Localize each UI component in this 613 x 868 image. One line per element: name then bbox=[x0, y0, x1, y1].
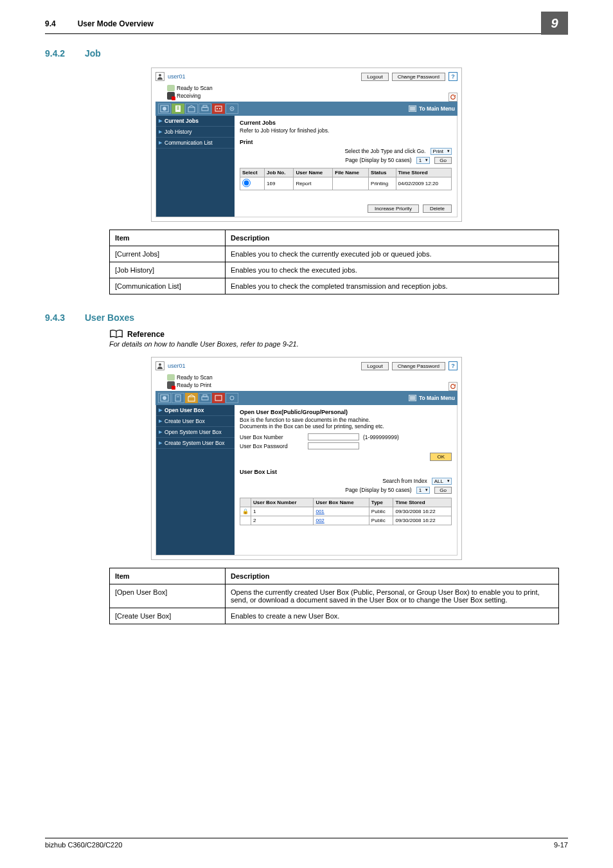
section-number: 9.4 bbox=[45, 19, 56, 28]
select-job-type-label: Select the Job Type and click Go. bbox=[344, 148, 425, 154]
nav-open-user-box[interactable]: ▶Open User Box bbox=[156, 405, 235, 416]
tab-print-icon[interactable] bbox=[199, 393, 211, 403]
table-row: [Current Jobs]Enables you to check the c… bbox=[110, 246, 559, 262]
user-icon bbox=[155, 361, 164, 370]
help-icon[interactable]: ? bbox=[449, 361, 458, 370]
tab-network-icon[interactable] bbox=[158, 104, 171, 114]
page-display-label: Page (Display by 50 cases) bbox=[345, 157, 411, 163]
th-username: User Name bbox=[294, 168, 333, 177]
go-button[interactable]: Go bbox=[434, 157, 452, 164]
svg-point-0 bbox=[159, 74, 161, 77]
ok-button[interactable]: OK bbox=[430, 453, 452, 461]
svg-point-14 bbox=[231, 108, 233, 109]
table-row: 169 Report Printing 04/02/2009 12:20 bbox=[240, 177, 452, 190]
change-password-button[interactable]: Change Password bbox=[392, 73, 445, 81]
panel-sub2: Documents in the Box can be used for pri… bbox=[240, 423, 452, 429]
status-print: Ready to Print bbox=[177, 382, 211, 388]
svg-rect-8 bbox=[202, 107, 208, 111]
logout-button[interactable]: Logout bbox=[361, 362, 388, 370]
status-scan: Ready to Scan bbox=[177, 374, 213, 381]
increase-priority-button[interactable]: Increase Priority bbox=[368, 204, 419, 213]
tab-network-icon[interactable] bbox=[158, 393, 171, 403]
scanner-status-icon bbox=[167, 85, 175, 91]
svg-point-22 bbox=[163, 396, 166, 400]
to-main-menu-button[interactable]: To Main Menu bbox=[409, 105, 455, 112]
th-boxnum: User Box Number bbox=[251, 498, 314, 507]
status-scan: Ready to Scan bbox=[177, 85, 213, 91]
userbox-password-input[interactable] bbox=[308, 442, 359, 449]
svg-rect-26 bbox=[202, 397, 208, 400]
user-icon bbox=[155, 72, 164, 81]
svg-point-11 bbox=[217, 108, 218, 109]
print-label: Print bbox=[240, 139, 452, 145]
tab-box-icon[interactable] bbox=[185, 104, 198, 114]
userbox-table: User Box Number User Box Name Type Time … bbox=[240, 498, 452, 525]
screenshot-job: user01 Logout Change Password ? Ready to… bbox=[151, 68, 462, 222]
logout-button[interactable]: Logout bbox=[361, 73, 388, 81]
table-row: [Job History]Enables you to check the ex… bbox=[110, 262, 559, 278]
tab-settings-icon[interactable] bbox=[226, 393, 238, 403]
th-description: Description bbox=[226, 230, 559, 246]
panel-sub1: Box is the function to save documents in… bbox=[240, 417, 452, 423]
refresh-icon[interactable] bbox=[449, 382, 458, 391]
tab-store-icon[interactable] bbox=[212, 393, 225, 403]
help-icon[interactable]: ? bbox=[449, 72, 458, 81]
footer-page: 9-17 bbox=[554, 841, 568, 849]
svg-point-2 bbox=[163, 107, 166, 111]
table-row: 🔒 1 001 Public 09/30/2008 16:22 bbox=[240, 507, 452, 516]
job-type-select[interactable]: Print bbox=[431, 148, 452, 155]
table-row: 2 002 Public 09/30/2008 16:22 bbox=[240, 516, 452, 525]
nav-open-system-user-box[interactable]: ▶Open System User Box bbox=[156, 427, 235, 438]
box-link-002[interactable]: 002 bbox=[315, 518, 324, 523]
nav-job-history[interactable]: ▶Job History bbox=[156, 127, 235, 138]
search-index-select[interactable]: ALL bbox=[432, 478, 452, 485]
tab-job-icon[interactable] bbox=[172, 393, 184, 403]
printer-status-icon bbox=[167, 381, 175, 389]
tab-job-icon[interactable] bbox=[172, 104, 184, 114]
box-link-001[interactable]: 001 bbox=[315, 509, 324, 514]
heading-userboxes-title: User Boxes bbox=[85, 312, 134, 323]
svg-rect-9 bbox=[203, 105, 207, 107]
svg-rect-10 bbox=[215, 106, 222, 111]
userbox-password-label: User Box Password bbox=[240, 443, 304, 449]
th-type: Type bbox=[369, 498, 393, 507]
nav-communication-list[interactable]: ▶Communication List bbox=[156, 138, 235, 149]
change-password-button[interactable]: Change Password bbox=[392, 362, 445, 370]
nav-create-user-box[interactable]: ▶Create User Box bbox=[156, 416, 235, 427]
heading-job-num: 9.4.2 bbox=[45, 48, 85, 59]
row-select-radio[interactable] bbox=[242, 179, 251, 187]
go-button2[interactable]: Go bbox=[434, 487, 452, 494]
th-time: Time Stored bbox=[396, 168, 451, 177]
chapter-side-tab: 9 bbox=[541, 12, 568, 35]
scanner-status-icon bbox=[167, 374, 175, 381]
svg-rect-23 bbox=[175, 395, 181, 401]
table-row: [Open User Box]Opens the currently creat… bbox=[110, 584, 559, 608]
search-index-label: Search from Index bbox=[382, 478, 427, 484]
th-time: Time Stored bbox=[393, 498, 452, 507]
nav-create-system-user-box[interactable]: ▶Create System User Box bbox=[156, 438, 235, 449]
nav-current-jobs[interactable]: ▶Current Jobs bbox=[156, 116, 235, 127]
panel-title: Current Jobs bbox=[240, 120, 452, 126]
section-title: User Mode Overview bbox=[78, 19, 154, 28]
th-item: Item bbox=[110, 568, 226, 584]
userbox-number-input[interactable] bbox=[308, 433, 359, 440]
tab-store-icon[interactable] bbox=[212, 104, 225, 114]
th-description: Description bbox=[226, 568, 559, 584]
svg-rect-25 bbox=[188, 397, 195, 401]
to-main-menu-button[interactable]: To Main Menu bbox=[409, 395, 455, 401]
th-jobno: Job No. bbox=[265, 168, 294, 177]
table-row: [Communication List]Enables you to check… bbox=[110, 278, 559, 294]
page-select2[interactable]: 1 bbox=[416, 487, 430, 494]
tab-box-icon[interactable] bbox=[185, 393, 198, 403]
panel-subtitle: Refer to Job History for finished jobs. bbox=[240, 127, 452, 134]
refresh-icon[interactable] bbox=[449, 93, 458, 102]
userbox-number-label: User Box Number bbox=[240, 434, 304, 440]
panel-title: Open User Box(Public/Group/Personal) bbox=[240, 409, 452, 415]
tab-settings-icon[interactable] bbox=[226, 104, 238, 114]
svg-rect-7 bbox=[188, 107, 195, 112]
tab-print-icon[interactable] bbox=[199, 104, 211, 114]
th-item: Item bbox=[110, 230, 226, 246]
th-filename: File Name bbox=[333, 168, 369, 177]
delete-button[interactable]: Delete bbox=[423, 204, 452, 213]
page-select[interactable]: 1 bbox=[416, 157, 430, 164]
